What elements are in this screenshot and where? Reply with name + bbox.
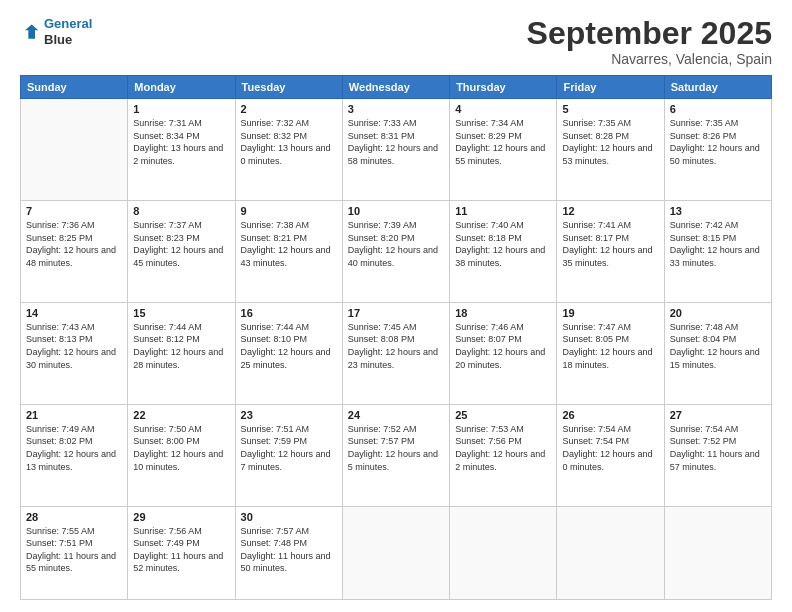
day-info: Sunrise: 7:48 AMSunset: 8:04 PMDaylight:… <box>670 321 766 371</box>
day-number: 25 <box>455 409 551 421</box>
day-cell: 23Sunrise: 7:51 AMSunset: 7:59 PMDayligh… <box>235 404 342 506</box>
day-info: Sunrise: 7:54 AMSunset: 7:54 PMDaylight:… <box>562 423 658 473</box>
day-cell <box>557 506 664 599</box>
day-number: 28 <box>26 511 122 523</box>
day-cell: 13Sunrise: 7:42 AMSunset: 8:15 PMDayligh… <box>664 201 771 303</box>
day-cell: 17Sunrise: 7:45 AMSunset: 8:08 PMDayligh… <box>342 302 449 404</box>
weekday-header-monday: Monday <box>128 76 235 99</box>
title-block: September 2025 Navarres, Valencia, Spain <box>527 16 772 67</box>
calendar-page: General Blue September 2025 Navarres, Va… <box>0 0 792 612</box>
day-cell: 14Sunrise: 7:43 AMSunset: 8:13 PMDayligh… <box>21 302 128 404</box>
day-number: 30 <box>241 511 337 523</box>
day-cell: 2Sunrise: 7:32 AMSunset: 8:32 PMDaylight… <box>235 99 342 201</box>
day-cell: 26Sunrise: 7:54 AMSunset: 7:54 PMDayligh… <box>557 404 664 506</box>
day-number: 23 <box>241 409 337 421</box>
day-info: Sunrise: 7:33 AMSunset: 8:31 PMDaylight:… <box>348 117 444 167</box>
day-info: Sunrise: 7:45 AMSunset: 8:08 PMDaylight:… <box>348 321 444 371</box>
day-cell: 28Sunrise: 7:55 AMSunset: 7:51 PMDayligh… <box>21 506 128 599</box>
day-cell: 21Sunrise: 7:49 AMSunset: 8:02 PMDayligh… <box>21 404 128 506</box>
day-info: Sunrise: 7:51 AMSunset: 7:59 PMDaylight:… <box>241 423 337 473</box>
day-info: Sunrise: 7:31 AMSunset: 8:34 PMDaylight:… <box>133 117 229 167</box>
day-cell: 30Sunrise: 7:57 AMSunset: 7:48 PMDayligh… <box>235 506 342 599</box>
day-cell: 1Sunrise: 7:31 AMSunset: 8:34 PMDaylight… <box>128 99 235 201</box>
day-info: Sunrise: 7:47 AMSunset: 8:05 PMDaylight:… <box>562 321 658 371</box>
day-cell <box>664 506 771 599</box>
day-cell: 18Sunrise: 7:46 AMSunset: 8:07 PMDayligh… <box>450 302 557 404</box>
day-number: 5 <box>562 103 658 115</box>
weekday-header-sunday: Sunday <box>21 76 128 99</box>
day-cell: 8Sunrise: 7:37 AMSunset: 8:23 PMDaylight… <box>128 201 235 303</box>
day-number: 3 <box>348 103 444 115</box>
day-info: Sunrise: 7:34 AMSunset: 8:29 PMDaylight:… <box>455 117 551 167</box>
day-info: Sunrise: 7:37 AMSunset: 8:23 PMDaylight:… <box>133 219 229 269</box>
day-number: 8 <box>133 205 229 217</box>
day-cell: 6Sunrise: 7:35 AMSunset: 8:26 PMDaylight… <box>664 99 771 201</box>
week-row-5: 28Sunrise: 7:55 AMSunset: 7:51 PMDayligh… <box>21 506 772 599</box>
logo-text: General Blue <box>44 16 92 47</box>
day-number: 22 <box>133 409 229 421</box>
day-number: 1 <box>133 103 229 115</box>
day-number: 7 <box>26 205 122 217</box>
day-cell: 5Sunrise: 7:35 AMSunset: 8:28 PMDaylight… <box>557 99 664 201</box>
week-row-3: 14Sunrise: 7:43 AMSunset: 8:13 PMDayligh… <box>21 302 772 404</box>
day-cell: 16Sunrise: 7:44 AMSunset: 8:10 PMDayligh… <box>235 302 342 404</box>
day-info: Sunrise: 7:56 AMSunset: 7:49 PMDaylight:… <box>133 525 229 575</box>
day-info: Sunrise: 7:54 AMSunset: 7:52 PMDaylight:… <box>670 423 766 473</box>
day-cell <box>450 506 557 599</box>
weekday-header-friday: Friday <box>557 76 664 99</box>
weekday-header-tuesday: Tuesday <box>235 76 342 99</box>
day-number: 9 <box>241 205 337 217</box>
day-number: 18 <box>455 307 551 319</box>
day-cell: 20Sunrise: 7:48 AMSunset: 8:04 PMDayligh… <box>664 302 771 404</box>
day-info: Sunrise: 7:32 AMSunset: 8:32 PMDaylight:… <box>241 117 337 167</box>
day-info: Sunrise: 7:52 AMSunset: 7:57 PMDaylight:… <box>348 423 444 473</box>
day-cell: 7Sunrise: 7:36 AMSunset: 8:25 PMDaylight… <box>21 201 128 303</box>
day-number: 4 <box>455 103 551 115</box>
day-info: Sunrise: 7:39 AMSunset: 8:20 PMDaylight:… <box>348 219 444 269</box>
day-number: 27 <box>670 409 766 421</box>
day-info: Sunrise: 7:43 AMSunset: 8:13 PMDaylight:… <box>26 321 122 371</box>
day-cell: 25Sunrise: 7:53 AMSunset: 7:56 PMDayligh… <box>450 404 557 506</box>
day-number: 15 <box>133 307 229 319</box>
day-number: 24 <box>348 409 444 421</box>
day-cell <box>342 506 449 599</box>
logo: General Blue <box>20 16 92 47</box>
day-number: 16 <box>241 307 337 319</box>
week-row-4: 21Sunrise: 7:49 AMSunset: 8:02 PMDayligh… <box>21 404 772 506</box>
location: Navarres, Valencia, Spain <box>527 51 772 67</box>
day-info: Sunrise: 7:50 AMSunset: 8:00 PMDaylight:… <box>133 423 229 473</box>
week-row-2: 7Sunrise: 7:36 AMSunset: 8:25 PMDaylight… <box>21 201 772 303</box>
day-number: 21 <box>26 409 122 421</box>
day-cell: 9Sunrise: 7:38 AMSunset: 8:21 PMDaylight… <box>235 201 342 303</box>
day-info: Sunrise: 7:35 AMSunset: 8:26 PMDaylight:… <box>670 117 766 167</box>
day-number: 20 <box>670 307 766 319</box>
day-number: 6 <box>670 103 766 115</box>
day-info: Sunrise: 7:46 AMSunset: 8:07 PMDaylight:… <box>455 321 551 371</box>
day-number: 29 <box>133 511 229 523</box>
day-cell: 4Sunrise: 7:34 AMSunset: 8:29 PMDaylight… <box>450 99 557 201</box>
day-cell: 22Sunrise: 7:50 AMSunset: 8:00 PMDayligh… <box>128 404 235 506</box>
day-info: Sunrise: 7:44 AMSunset: 8:12 PMDaylight:… <box>133 321 229 371</box>
day-number: 12 <box>562 205 658 217</box>
svg-marker-0 <box>25 24 38 38</box>
header: General Blue September 2025 Navarres, Va… <box>20 16 772 67</box>
day-cell: 19Sunrise: 7:47 AMSunset: 8:05 PMDayligh… <box>557 302 664 404</box>
calendar-table: SundayMondayTuesdayWednesdayThursdayFrid… <box>20 75 772 600</box>
day-cell: 27Sunrise: 7:54 AMSunset: 7:52 PMDayligh… <box>664 404 771 506</box>
day-number: 2 <box>241 103 337 115</box>
day-number: 13 <box>670 205 766 217</box>
day-number: 19 <box>562 307 658 319</box>
day-cell <box>21 99 128 201</box>
day-cell: 11Sunrise: 7:40 AMSunset: 8:18 PMDayligh… <box>450 201 557 303</box>
day-info: Sunrise: 7:36 AMSunset: 8:25 PMDaylight:… <box>26 219 122 269</box>
day-info: Sunrise: 7:53 AMSunset: 7:56 PMDaylight:… <box>455 423 551 473</box>
day-cell: 3Sunrise: 7:33 AMSunset: 8:31 PMDaylight… <box>342 99 449 201</box>
month-title: September 2025 <box>527 16 772 51</box>
day-cell: 12Sunrise: 7:41 AMSunset: 8:17 PMDayligh… <box>557 201 664 303</box>
day-info: Sunrise: 7:49 AMSunset: 8:02 PMDaylight:… <box>26 423 122 473</box>
weekday-header-thursday: Thursday <box>450 76 557 99</box>
day-number: 26 <box>562 409 658 421</box>
day-info: Sunrise: 7:38 AMSunset: 8:21 PMDaylight:… <box>241 219 337 269</box>
day-cell: 24Sunrise: 7:52 AMSunset: 7:57 PMDayligh… <box>342 404 449 506</box>
day-number: 17 <box>348 307 444 319</box>
